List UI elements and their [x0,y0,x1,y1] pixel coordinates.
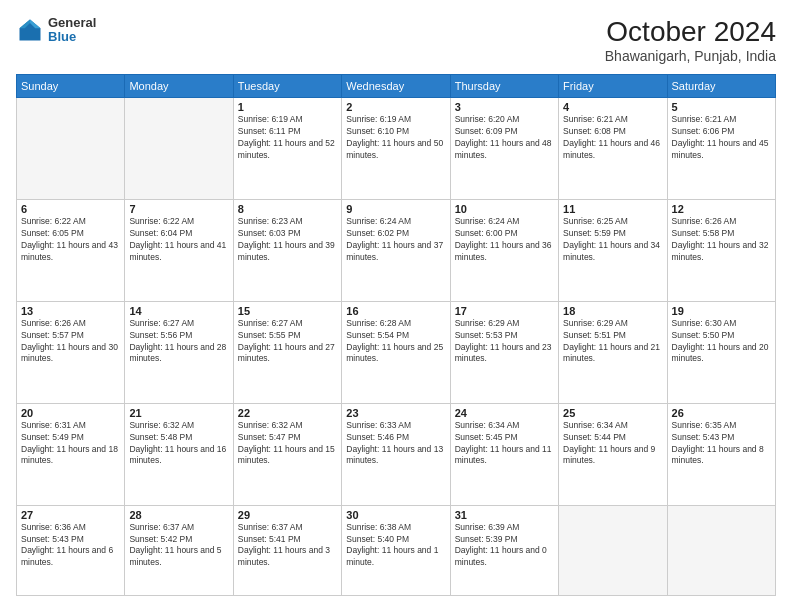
day-info: Sunrise: 6:27 AMSunset: 5:55 PMDaylight:… [238,318,337,366]
day-info: Sunrise: 6:19 AMSunset: 6:11 PMDaylight:… [238,114,337,162]
day-info: Sunrise: 6:37 AMSunset: 5:41 PMDaylight:… [238,522,337,570]
calendar-cell: 5Sunrise: 6:21 AMSunset: 6:06 PMDaylight… [667,98,775,200]
day-info: Sunrise: 6:38 AMSunset: 5:40 PMDaylight:… [346,522,445,570]
day-number: 10 [455,203,554,215]
day-number: 25 [563,407,662,419]
day-info: Sunrise: 6:27 AMSunset: 5:56 PMDaylight:… [129,318,228,366]
calendar-cell: 25Sunrise: 6:34 AMSunset: 5:44 PMDayligh… [559,403,667,505]
day-info: Sunrise: 6:19 AMSunset: 6:10 PMDaylight:… [346,114,445,162]
day-number: 8 [238,203,337,215]
calendar-day-header: Tuesday [233,75,341,98]
calendar-cell: 16Sunrise: 6:28 AMSunset: 5:54 PMDayligh… [342,301,450,403]
page-subtitle: Bhawanigarh, Punjab, India [605,48,776,64]
calendar-cell: 1Sunrise: 6:19 AMSunset: 6:11 PMDaylight… [233,98,341,200]
day-info: Sunrise: 6:24 AMSunset: 6:00 PMDaylight:… [455,216,554,264]
day-info: Sunrise: 6:23 AMSunset: 6:03 PMDaylight:… [238,216,337,264]
day-number: 13 [21,305,120,317]
calendar-cell: 27Sunrise: 6:36 AMSunset: 5:43 PMDayligh… [17,505,125,595]
day-info: Sunrise: 6:34 AMSunset: 5:45 PMDaylight:… [455,420,554,468]
calendar-cell [17,98,125,200]
day-number: 28 [129,509,228,521]
header: General Blue October 2024 Bhawanigarh, P… [16,16,776,64]
calendar-cell: 28Sunrise: 6:37 AMSunset: 5:42 PMDayligh… [125,505,233,595]
calendar: SundayMondayTuesdayWednesdayThursdayFrid… [16,74,776,596]
day-info: Sunrise: 6:36 AMSunset: 5:43 PMDaylight:… [21,522,120,570]
day-number: 21 [129,407,228,419]
calendar-cell: 12Sunrise: 6:26 AMSunset: 5:58 PMDayligh… [667,199,775,301]
day-number: 24 [455,407,554,419]
calendar-cell: 20Sunrise: 6:31 AMSunset: 5:49 PMDayligh… [17,403,125,505]
day-number: 15 [238,305,337,317]
day-number: 16 [346,305,445,317]
calendar-cell: 22Sunrise: 6:32 AMSunset: 5:47 PMDayligh… [233,403,341,505]
calendar-cell: 15Sunrise: 6:27 AMSunset: 5:55 PMDayligh… [233,301,341,403]
day-number: 31 [455,509,554,521]
day-number: 12 [672,203,771,215]
day-info: Sunrise: 6:35 AMSunset: 5:43 PMDaylight:… [672,420,771,468]
calendar-cell: 2Sunrise: 6:19 AMSunset: 6:10 PMDaylight… [342,98,450,200]
day-number: 26 [672,407,771,419]
calendar-cell: 23Sunrise: 6:33 AMSunset: 5:46 PMDayligh… [342,403,450,505]
day-info: Sunrise: 6:20 AMSunset: 6:09 PMDaylight:… [455,114,554,162]
calendar-cell: 4Sunrise: 6:21 AMSunset: 6:08 PMDaylight… [559,98,667,200]
calendar-cell: 19Sunrise: 6:30 AMSunset: 5:50 PMDayligh… [667,301,775,403]
calendar-day-header: Thursday [450,75,558,98]
calendar-cell: 11Sunrise: 6:25 AMSunset: 5:59 PMDayligh… [559,199,667,301]
calendar-cell: 31Sunrise: 6:39 AMSunset: 5:39 PMDayligh… [450,505,558,595]
day-number: 27 [21,509,120,521]
page: General Blue October 2024 Bhawanigarh, P… [0,0,792,612]
day-info: Sunrise: 6:26 AMSunset: 5:58 PMDaylight:… [672,216,771,264]
logo-blue: Blue [48,30,96,44]
calendar-cell: 30Sunrise: 6:38 AMSunset: 5:40 PMDayligh… [342,505,450,595]
day-number: 6 [21,203,120,215]
day-info: Sunrise: 6:30 AMSunset: 5:50 PMDaylight:… [672,318,771,366]
page-title: October 2024 [605,16,776,48]
day-info: Sunrise: 6:28 AMSunset: 5:54 PMDaylight:… [346,318,445,366]
calendar-day-header: Saturday [667,75,775,98]
calendar-cell: 18Sunrise: 6:29 AMSunset: 5:51 PMDayligh… [559,301,667,403]
day-info: Sunrise: 6:33 AMSunset: 5:46 PMDaylight:… [346,420,445,468]
day-number: 30 [346,509,445,521]
calendar-day-header: Wednesday [342,75,450,98]
day-number: 22 [238,407,337,419]
day-number: 1 [238,101,337,113]
day-info: Sunrise: 6:22 AMSunset: 6:05 PMDaylight:… [21,216,120,264]
calendar-week-row: 6Sunrise: 6:22 AMSunset: 6:05 PMDaylight… [17,199,776,301]
calendar-day-header: Sunday [17,75,125,98]
day-number: 18 [563,305,662,317]
calendar-day-header: Monday [125,75,233,98]
day-number: 17 [455,305,554,317]
calendar-cell: 8Sunrise: 6:23 AMSunset: 6:03 PMDaylight… [233,199,341,301]
day-info: Sunrise: 6:31 AMSunset: 5:49 PMDaylight:… [21,420,120,468]
day-info: Sunrise: 6:32 AMSunset: 5:48 PMDaylight:… [129,420,228,468]
day-number: 14 [129,305,228,317]
calendar-cell: 10Sunrise: 6:24 AMSunset: 6:00 PMDayligh… [450,199,558,301]
day-info: Sunrise: 6:37 AMSunset: 5:42 PMDaylight:… [129,522,228,570]
day-info: Sunrise: 6:29 AMSunset: 5:51 PMDaylight:… [563,318,662,366]
day-number: 7 [129,203,228,215]
day-info: Sunrise: 6:24 AMSunset: 6:02 PMDaylight:… [346,216,445,264]
calendar-cell: 7Sunrise: 6:22 AMSunset: 6:04 PMDaylight… [125,199,233,301]
logo-text: General Blue [48,16,96,45]
day-number: 23 [346,407,445,419]
calendar-cell: 21Sunrise: 6:32 AMSunset: 5:48 PMDayligh… [125,403,233,505]
day-info: Sunrise: 6:39 AMSunset: 5:39 PMDaylight:… [455,522,554,570]
day-info: Sunrise: 6:29 AMSunset: 5:53 PMDaylight:… [455,318,554,366]
day-number: 3 [455,101,554,113]
calendar-day-header: Friday [559,75,667,98]
calendar-cell: 13Sunrise: 6:26 AMSunset: 5:57 PMDayligh… [17,301,125,403]
day-info: Sunrise: 6:22 AMSunset: 6:04 PMDaylight:… [129,216,228,264]
calendar-cell: 3Sunrise: 6:20 AMSunset: 6:09 PMDaylight… [450,98,558,200]
calendar-cell: 6Sunrise: 6:22 AMSunset: 6:05 PMDaylight… [17,199,125,301]
day-number: 11 [563,203,662,215]
calendar-cell: 14Sunrise: 6:27 AMSunset: 5:56 PMDayligh… [125,301,233,403]
calendar-cell: 26Sunrise: 6:35 AMSunset: 5:43 PMDayligh… [667,403,775,505]
day-number: 4 [563,101,662,113]
calendar-week-row: 13Sunrise: 6:26 AMSunset: 5:57 PMDayligh… [17,301,776,403]
calendar-week-row: 20Sunrise: 6:31 AMSunset: 5:49 PMDayligh… [17,403,776,505]
logo-icon [16,16,44,44]
calendar-cell: 24Sunrise: 6:34 AMSunset: 5:45 PMDayligh… [450,403,558,505]
calendar-cell: 17Sunrise: 6:29 AMSunset: 5:53 PMDayligh… [450,301,558,403]
day-number: 29 [238,509,337,521]
calendar-cell [125,98,233,200]
